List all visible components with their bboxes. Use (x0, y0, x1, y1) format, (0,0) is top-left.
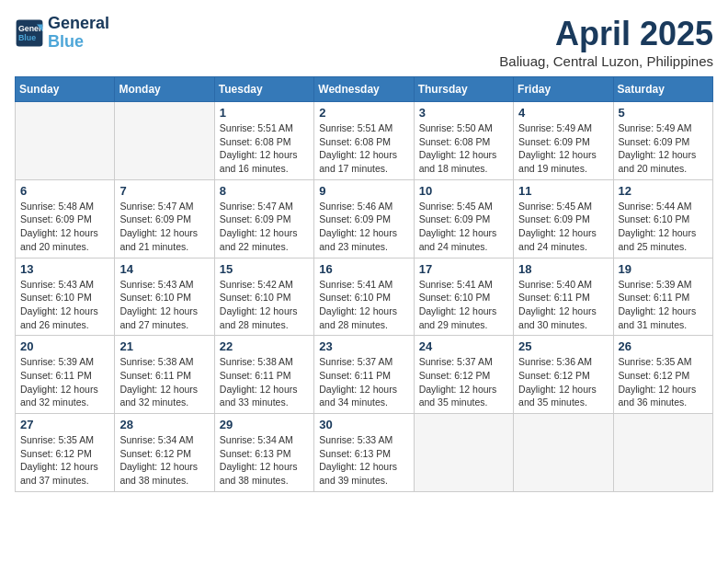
day-number: 28 (119, 418, 209, 431)
subtitle: Baliuag, Central Luzon, Philippines (499, 53, 713, 69)
calendar-cell (16, 102, 115, 180)
calendar-cell: 13Sunrise: 5:43 AM Sunset: 6:10 PM Dayli… (16, 258, 115, 336)
calendar-cell (613, 414, 712, 492)
calendar-cell (115, 102, 214, 180)
day-detail: Sunrise: 5:38 AM Sunset: 6:11 PM Dayligh… (220, 355, 309, 409)
day-detail: Sunrise: 5:34 AM Sunset: 6:13 PM Dayligh… (220, 433, 309, 488)
day-number: 20 (20, 339, 109, 353)
calendar-cell: 6Sunrise: 5:48 AM Sunset: 6:09 PM Daylig… (16, 179, 115, 258)
week-row-5: 27Sunrise: 5:35 AM Sunset: 6:12 PM Dayli… (16, 414, 713, 492)
day-number: 13 (20, 262, 109, 276)
calendar-cell (414, 414, 513, 492)
day-number: 29 (220, 418, 309, 431)
week-row-3: 13Sunrise: 5:43 AM Sunset: 6:10 PM Dayli… (16, 258, 713, 336)
day-detail: Sunrise: 5:49 AM Sunset: 6:09 PM Dayligh… (619, 121, 708, 176)
day-detail: Sunrise: 5:43 AM Sunset: 6:10 PM Dayligh… (20, 278, 109, 332)
day-detail: Sunrise: 5:47 AM Sunset: 6:09 PM Dayligh… (119, 200, 209, 254)
day-detail: Sunrise: 5:33 AM Sunset: 6:13 PM Dayligh… (319, 433, 408, 488)
week-row-4: 20Sunrise: 5:39 AM Sunset: 6:11 PM Dayli… (16, 336, 713, 414)
calendar-cell: 17Sunrise: 5:41 AM Sunset: 6:10 PM Dayli… (414, 258, 513, 336)
day-detail: Sunrise: 5:37 AM Sunset: 6:12 PM Dayligh… (419, 355, 508, 409)
day-detail: Sunrise: 5:51 AM Sunset: 6:08 PM Dayligh… (220, 121, 309, 176)
day-number: 7 (119, 184, 209, 198)
calendar-cell: 14Sunrise: 5:43 AM Sunset: 6:10 PM Dayli… (115, 258, 214, 336)
calendar-header-row: SundayMondayTuesdayWednesdayThursdayFrid… (16, 77, 713, 102)
col-header-thursday: Thursday (414, 77, 513, 102)
day-number: 23 (319, 339, 408, 353)
svg-text:Blue: Blue (18, 33, 36, 42)
calendar-cell: 27Sunrise: 5:35 AM Sunset: 6:12 PM Dayli… (16, 414, 115, 492)
day-number: 5 (619, 106, 708, 120)
day-number: 9 (319, 184, 408, 198)
day-detail: Sunrise: 5:36 AM Sunset: 6:12 PM Dayligh… (518, 355, 608, 409)
day-detail: Sunrise: 5:46 AM Sunset: 6:09 PM Dayligh… (319, 200, 408, 254)
col-header-friday: Friday (514, 77, 613, 102)
day-number: 10 (419, 184, 508, 198)
logo: General Blue GeneralBlue (15, 15, 109, 52)
week-row-1: 1Sunrise: 5:51 AM Sunset: 6:08 PM Daylig… (16, 102, 713, 180)
calendar-cell: 30Sunrise: 5:33 AM Sunset: 6:13 PM Dayli… (314, 414, 414, 492)
day-number: 19 (619, 262, 708, 276)
day-number: 26 (619, 339, 708, 353)
calendar-cell: 3Sunrise: 5:50 AM Sunset: 6:08 PM Daylig… (414, 102, 513, 180)
day-detail: Sunrise: 5:45 AM Sunset: 6:09 PM Dayligh… (419, 200, 508, 254)
day-number: 15 (220, 262, 309, 276)
day-detail: Sunrise: 5:47 AM Sunset: 6:09 PM Dayligh… (220, 200, 309, 254)
day-number: 8 (220, 184, 309, 198)
day-detail: Sunrise: 5:41 AM Sunset: 6:10 PM Dayligh… (419, 278, 508, 332)
calendar-cell: 2Sunrise: 5:51 AM Sunset: 6:08 PM Daylig… (314, 102, 414, 180)
day-detail: Sunrise: 5:44 AM Sunset: 6:10 PM Dayligh… (619, 200, 708, 254)
calendar-cell: 21Sunrise: 5:38 AM Sunset: 6:11 PM Dayli… (115, 336, 214, 414)
col-header-saturday: Saturday (613, 77, 712, 102)
day-detail: Sunrise: 5:35 AM Sunset: 6:12 PM Dayligh… (20, 433, 109, 488)
calendar-cell: 24Sunrise: 5:37 AM Sunset: 6:12 PM Dayli… (414, 336, 513, 414)
day-number: 6 (20, 184, 109, 198)
day-detail: Sunrise: 5:50 AM Sunset: 6:08 PM Dayligh… (419, 121, 508, 176)
day-detail: Sunrise: 5:38 AM Sunset: 6:11 PM Dayligh… (119, 355, 209, 409)
page-header: General Blue GeneralBlue April 2025 Bali… (15, 15, 713, 69)
day-number: 12 (619, 184, 708, 198)
col-header-sunday: Sunday (16, 77, 115, 102)
calendar-cell: 26Sunrise: 5:35 AM Sunset: 6:12 PM Dayli… (613, 336, 712, 414)
calendar-cell: 29Sunrise: 5:34 AM Sunset: 6:13 PM Dayli… (214, 414, 313, 492)
day-number: 24 (419, 339, 508, 353)
col-header-tuesday: Tuesday (214, 77, 313, 102)
logo-text: GeneralBlue (48, 15, 109, 52)
calendar-cell: 5Sunrise: 5:49 AM Sunset: 6:09 PM Daylig… (613, 102, 712, 180)
calendar-cell: 11Sunrise: 5:45 AM Sunset: 6:09 PM Dayli… (514, 179, 613, 258)
week-row-2: 6Sunrise: 5:48 AM Sunset: 6:09 PM Daylig… (16, 179, 713, 258)
calendar-cell: 19Sunrise: 5:39 AM Sunset: 6:11 PM Dayli… (613, 258, 712, 336)
day-detail: Sunrise: 5:43 AM Sunset: 6:10 PM Dayligh… (119, 278, 209, 332)
day-number: 16 (319, 262, 408, 276)
day-number: 1 (220, 106, 309, 120)
calendar-cell: 10Sunrise: 5:45 AM Sunset: 6:09 PM Dayli… (414, 179, 513, 258)
day-number: 30 (319, 418, 408, 431)
day-number: 3 (419, 106, 508, 120)
day-number: 4 (518, 106, 608, 120)
day-number: 17 (419, 262, 508, 276)
day-detail: Sunrise: 5:37 AM Sunset: 6:11 PM Dayligh… (319, 355, 408, 409)
calendar-cell: 9Sunrise: 5:46 AM Sunset: 6:09 PM Daylig… (314, 179, 414, 258)
day-detail: Sunrise: 5:39 AM Sunset: 6:11 PM Dayligh… (619, 278, 708, 332)
day-detail: Sunrise: 5:42 AM Sunset: 6:10 PM Dayligh… (220, 278, 309, 332)
day-detail: Sunrise: 5:45 AM Sunset: 6:09 PM Dayligh… (518, 200, 608, 254)
day-detail: Sunrise: 5:39 AM Sunset: 6:11 PM Dayligh… (20, 355, 109, 409)
day-number: 14 (119, 262, 209, 276)
calendar-cell: 4Sunrise: 5:49 AM Sunset: 6:09 PM Daylig… (514, 102, 613, 180)
calendar-cell: 23Sunrise: 5:37 AM Sunset: 6:11 PM Dayli… (314, 336, 414, 414)
day-detail: Sunrise: 5:40 AM Sunset: 6:11 PM Dayligh… (518, 278, 608, 332)
col-header-wednesday: Wednesday (314, 77, 414, 102)
day-number: 21 (119, 339, 209, 353)
calendar-cell: 22Sunrise: 5:38 AM Sunset: 6:11 PM Dayli… (214, 336, 313, 414)
calendar-cell: 16Sunrise: 5:41 AM Sunset: 6:10 PM Dayli… (314, 258, 414, 336)
calendar-cell: 12Sunrise: 5:44 AM Sunset: 6:10 PM Dayli… (613, 179, 712, 258)
col-header-monday: Monday (115, 77, 214, 102)
day-detail: Sunrise: 5:41 AM Sunset: 6:10 PM Dayligh… (319, 278, 408, 332)
day-number: 18 (518, 262, 608, 276)
calendar-cell (514, 414, 613, 492)
day-detail: Sunrise: 5:51 AM Sunset: 6:08 PM Dayligh… (319, 121, 408, 176)
day-detail: Sunrise: 5:48 AM Sunset: 6:09 PM Dayligh… (20, 200, 109, 254)
day-number: 27 (20, 418, 109, 431)
calendar-cell: 28Sunrise: 5:34 AM Sunset: 6:12 PM Dayli… (115, 414, 214, 492)
title-block: April 2025 Baliuag, Central Luzon, Phili… (499, 15, 713, 69)
